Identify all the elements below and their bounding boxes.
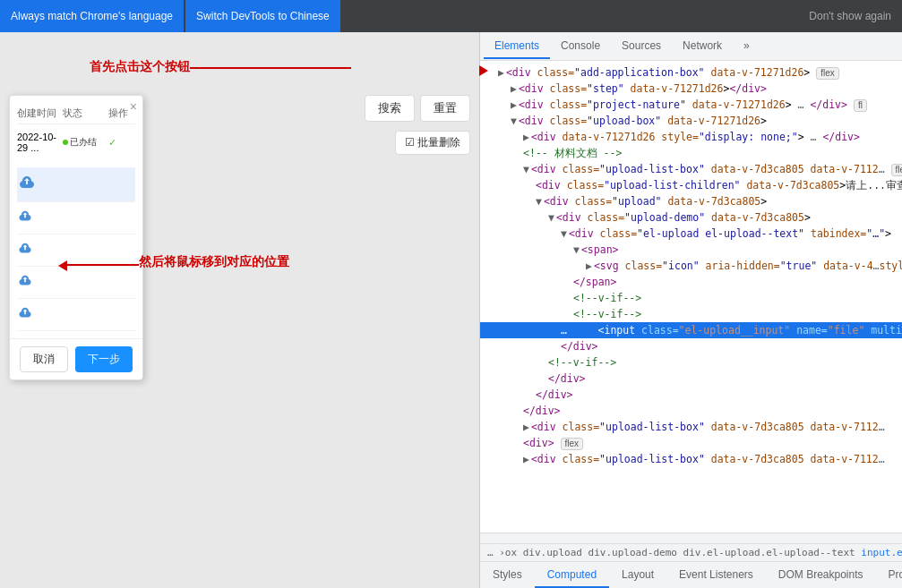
batch-delete-icon: ☑ xyxy=(405,136,415,149)
breadcrumb-item[interactable]: div.upload-demo xyxy=(588,547,677,558)
batch-delete-label: 批量删除 xyxy=(417,136,460,149)
tree-line[interactable]: ▼<div class="upload-box" data-v-71271d26… xyxy=(480,113,902,129)
tree-line[interactable]: ▶<div class="upload-list-box" data-v-7d3… xyxy=(480,451,902,467)
tree-line[interactable]: </div> xyxy=(480,387,902,403)
search-button[interactable]: 搜索 xyxy=(365,95,415,122)
tab-dom-breakpoints[interactable]: DOM Breakpoints xyxy=(766,562,876,588)
tree-line[interactable]: ▶<svg class="icon" aria-hidden="true" da… xyxy=(480,258,902,274)
breadcrumb: … ›ox div.upload div.upload-demo div.el-… xyxy=(480,543,902,561)
tab-layout[interactable]: Layout xyxy=(609,562,666,588)
dont-show-again-link[interactable]: Don't show again xyxy=(798,4,902,28)
main-layout: 首先点击这个按钮 搜索 重置 ☑ 批量删除 × 创建时间 状态 操作 xyxy=(0,32,902,588)
tree-line[interactable]: <div class="upload-list-children" data-v… xyxy=(480,177,902,193)
left-panel: 首先点击这个按钮 搜索 重置 ☑ 批量删除 × 创建时间 状态 操作 xyxy=(0,32,479,588)
table-header: 创建时间 状态 操作 xyxy=(17,107,135,124)
tree-line[interactable]: ▼<div class="upload-demo" data-v-7d3ca80… xyxy=(480,209,902,226)
tree-line[interactable]: </span> xyxy=(480,274,902,290)
reset-button[interactable]: 重置 xyxy=(420,95,470,122)
tree-line: <!--v-if--> xyxy=(480,290,902,306)
tree-line-selected[interactable]: … <input class="el-upload__input" name="… xyxy=(480,322,902,338)
switch-devtools-button[interactable]: Switch DevTools to Chinese xyxy=(185,0,340,32)
triangle-icon: ▼ xyxy=(536,195,542,208)
tree-line[interactable]: <div> flex xyxy=(480,435,902,451)
triangle-icon: ▼ xyxy=(561,227,567,240)
upload-cloud-icon xyxy=(17,209,33,227)
tab-network[interactable]: Network xyxy=(672,34,733,59)
tree-line[interactable]: </div> xyxy=(480,403,902,419)
upload-row-4[interactable] xyxy=(17,267,135,299)
triangle-icon: ▶ xyxy=(523,453,529,465)
col-time-header: 创建时间 xyxy=(17,107,63,120)
triangle-icon: ▶ xyxy=(498,66,504,79)
bottom-tabs: Styles Computed Layout Event Listeners D… xyxy=(480,561,902,588)
tab-computed[interactable]: Computed xyxy=(535,562,609,588)
tab-more[interactable]: » xyxy=(733,34,760,59)
tree-line[interactable]: </div> xyxy=(480,338,902,354)
upload-row-1[interactable] xyxy=(17,167,135,202)
status-badge: 已办结 xyxy=(63,136,108,149)
breadcrumb-item[interactable]: div.el-upload.el-upload--text xyxy=(683,547,855,558)
tree-line[interactable]: ▶<div class="add-application-box" data-v… xyxy=(480,64,902,81)
devtools-tabs: Elements Console Sources Network » ▲21 1 xyxy=(480,32,902,61)
tree-line[interactable]: ▶<div class="project-nature" data-v-7127… xyxy=(480,97,902,113)
devtools-panel: Elements Console Sources Network » ▲21 1… xyxy=(479,32,902,588)
table-row: 2022-10-29 ... 已办结 ✓ xyxy=(17,128,135,157)
triangle-icon: ▶ xyxy=(523,131,529,143)
tree-line[interactable]: ▶<div data-v-71271d26 style="display: no… xyxy=(480,129,902,145)
upload-cloud-large-icon xyxy=(17,173,37,196)
status-dot-icon xyxy=(63,140,68,145)
upload-row-3[interactable] xyxy=(17,234,135,267)
arrow-left-icon xyxy=(58,260,67,271)
triangle-icon: ▶ xyxy=(511,98,517,111)
tab-event-listeners[interactable]: Event Listeners xyxy=(666,562,766,588)
triangle-icon: ▼ xyxy=(511,115,517,127)
tab-elements[interactable]: Elements xyxy=(484,34,550,59)
triangle-icon: ▶ xyxy=(511,82,517,95)
tree-line: <!--v-if--> xyxy=(480,354,902,371)
tab-console[interactable]: Console xyxy=(550,34,611,59)
upload-row-5[interactable] xyxy=(17,299,135,331)
breadcrumb-item[interactable]: div.upload xyxy=(523,547,582,558)
tree-line[interactable]: ▶<div class="step" data-v-71271d26></div… xyxy=(480,81,902,97)
tab-styles[interactable]: Styles xyxy=(480,562,535,588)
dialog-panel: × 创建时间 状态 操作 2022-10-29 ... 已办结 xyxy=(9,95,143,380)
flex-badge: flex xyxy=(816,67,839,80)
html-tree[interactable]: ▶<div class="add-application-box" data-v… xyxy=(480,61,902,533)
tree-line[interactable]: ▼<span> xyxy=(480,242,902,258)
triangle-icon: ▶ xyxy=(523,421,529,433)
dialog-header: 创建时间 状态 操作 2022-10-29 ... 已办结 ✓ xyxy=(10,96,142,164)
top-bar: Always match Chrome's language Switch De… xyxy=(0,0,902,32)
dialog-footer: 取消 下一步 xyxy=(10,338,142,379)
tab-sources[interactable]: Sources xyxy=(611,34,672,59)
tree-line[interactable]: ▼<div class="upload-list-box" data-v-7d3… xyxy=(480,161,902,177)
action-bar: 搜索 重置 xyxy=(365,95,470,122)
tree-line[interactable]: ▼<div class="el-upload el-upload--text" … xyxy=(480,226,902,242)
horizontal-scrollbar[interactable] xyxy=(480,533,902,543)
breadcrumb-item[interactable]: … ›ox xyxy=(487,547,517,558)
breadcrumb-item-active[interactable]: input.el-upload__input xyxy=(861,547,902,558)
annotation-middle: 然后将鼠标移到对应的位置 xyxy=(139,254,289,270)
tab-properties[interactable]: Properties xyxy=(876,562,902,588)
next-step-button[interactable]: 下一步 xyxy=(75,346,133,372)
triangle-icon: ▼ xyxy=(573,243,580,256)
batch-delete-button[interactable]: ☑ 批量删除 xyxy=(395,131,470,155)
cancel-button[interactable]: 取消 xyxy=(20,346,68,372)
match-language-button[interactable]: Always match Chrome's language xyxy=(0,0,184,32)
time-cell: 2022-10-29 ... xyxy=(17,132,63,153)
upload-cloud-icon xyxy=(17,241,33,260)
upload-cloud-icon xyxy=(17,273,33,292)
upload-cloud-icon xyxy=(17,305,33,324)
tree-line[interactable]: </div> xyxy=(480,371,902,387)
annotation-top: 首先点击这个按钮 xyxy=(90,59,190,75)
tree-line[interactable]: ▼<div class="upload" data-v-7d3ca805> xyxy=(480,193,902,209)
triangle-icon: ▶ xyxy=(586,260,592,272)
upload-rows xyxy=(10,164,142,335)
action-cell: ✓ xyxy=(108,137,135,149)
tree-line: <!-- 材料文档 --> xyxy=(480,145,902,161)
close-button[interactable]: × xyxy=(130,99,137,114)
triangle-icon: ▼ xyxy=(523,163,529,175)
upload-row-2[interactable] xyxy=(17,202,135,234)
tree-line[interactable]: ▶<div class="upload-list-box" data-v-7d3… xyxy=(480,419,902,435)
flex-badge: fl xyxy=(854,99,867,112)
flex-badge: flex xyxy=(891,164,902,176)
